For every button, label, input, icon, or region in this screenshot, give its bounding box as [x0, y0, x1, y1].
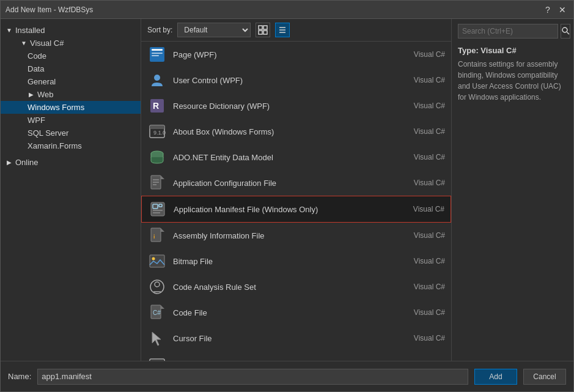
list-item-manifest[interactable]: Application Manifest File (Windows Only)… [141, 196, 451, 223]
svg-rect-3 [263, 31, 267, 34]
list-item[interactable]: User Control (WPF) Visual C# [141, 67, 451, 93]
svg-line-46 [567, 32, 570, 34]
chevron-right-icon: ▶ [6, 159, 13, 166]
list-item[interactable]: Code Analysis Rule Set Visual C# [141, 274, 451, 300]
cancel-button[interactable]: Cancel [523, 369, 566, 385]
config-file-icon [147, 173, 167, 193]
right-panel: Type: Visual C# Contains settings for as… [451, 19, 573, 361]
svg-rect-9 [152, 53, 163, 54]
sort-dropdown[interactable]: Default Name Type [177, 23, 251, 37]
svg-marker-19 [161, 176, 164, 179]
wpf-resource-icon: R [147, 96, 167, 116]
item-category: Visual C# [396, 283, 445, 291]
name-label: Name: [8, 372, 31, 381]
item-name: Assembly Information File [173, 231, 390, 240]
ado-net-icon [147, 147, 167, 167]
list-item[interactable]: C# Code File Visual C# [141, 300, 451, 325]
search-input[interactable] [458, 24, 558, 39]
sidebar-item-xamarin-forms[interactable]: Xamarin.Forms [1, 139, 141, 152]
wpf-usercontrol-icon [147, 70, 167, 90]
sidebar-item-online[interactable]: ▶ Online [1, 156, 141, 169]
title-bar-text: Add New Item - WzfDBSys [6, 6, 93, 14]
item-category: Visual C# [396, 153, 445, 161]
svg-marker-39 [152, 332, 161, 346]
code-file-icon: C# [147, 303, 167, 322]
item-name: Cursor File [173, 334, 390, 343]
sidebar-item-wpf[interactable]: WPF [1, 114, 141, 127]
list-icon [278, 25, 287, 35]
type-desc: Contains settings for assembly binding, … [458, 59, 567, 103]
search-button[interactable] [561, 24, 570, 39]
list-item[interactable]: 9.1.0 About Box (Windows Forms) Visual C… [141, 119, 451, 144]
item-category: Visual C# [396, 102, 445, 110]
list-item[interactable]: Application Configuration File Visual C# [141, 170, 451, 196]
chevron-down-icon: ▼ [6, 27, 13, 34]
svg-marker-37 [161, 305, 164, 309]
title-bar: Add New Item - WzfDBSys ? ✕ [1, 1, 573, 19]
svg-text:9.1.0: 9.1.0 [153, 130, 166, 136]
item-name: Application Configuration File [173, 179, 390, 188]
item-name: ADO.NET Entity Data Model [173, 153, 390, 162]
list-item[interactable]: R Resource Dictionary (WPF) Visual C# [141, 93, 451, 119]
toolbar-row: Sort by: Default Name Type [141, 19, 451, 42]
item-category: Visual C# [396, 205, 444, 213]
bottom-bar: Name: Add Cancel [1, 361, 573, 391]
wpf-page-icon [147, 45, 167, 64]
item-name: Page (WPF) [173, 50, 390, 59]
svg-rect-2 [259, 31, 262, 34]
item-name: User Control (WPF) [173, 76, 390, 85]
item-name: Resource Dictionary (WPF) [173, 102, 390, 111]
items-list: Page (WPF) Visual C# User Control (WPF) … [141, 42, 451, 361]
svg-rect-15 [150, 125, 164, 129]
bitmap-icon [147, 251, 167, 271]
item-name: About Box (Windows Forms) [173, 127, 390, 136]
installed-label: Installed [15, 26, 45, 35]
add-button[interactable]: Add [474, 369, 517, 385]
chevron-down-icon: ▼ [20, 40, 28, 47]
svg-point-45 [562, 28, 567, 32]
grid-view-button[interactable] [256, 23, 270, 37]
list-item[interactable]: Custom Control (Windows Forms) Visual C# [141, 351, 451, 361]
list-view-button[interactable] [275, 23, 290, 37]
sidebar-item-general[interactable]: General [1, 75, 141, 88]
manifest-icon [148, 199, 167, 219]
svg-point-32 [152, 257, 155, 261]
item-name: Application Manifest File (Windows Only) [174, 205, 389, 214]
sidebar-item-web[interactable]: ▶ Web [1, 88, 141, 101]
svg-marker-29 [161, 228, 164, 232]
web-label: Web [37, 90, 54, 99]
sidebar-item-sql-server[interactable]: SQL Server [1, 127, 141, 139]
sidebar-item-code[interactable]: Code [1, 50, 141, 62]
close-button[interactable]: ✕ [556, 4, 568, 16]
item-category: Visual C# [396, 231, 445, 240]
svg-point-34 [155, 282, 160, 287]
svg-point-11 [154, 75, 160, 81]
visual-csharp-label: Visual C# [30, 39, 64, 48]
svg-rect-10 [152, 55, 159, 56]
sidebar-item-visual-csharp[interactable]: ▼ Visual C# [1, 37, 141, 50]
dialog: Add New Item - WzfDBSys ? ✕ ▼ Installed … [0, 0, 574, 392]
item-category: Visual C# [396, 76, 445, 84]
search-icon [561, 26, 570, 35]
online-label: Online [15, 158, 39, 167]
list-item[interactable]: Page (WPF) Visual C# [141, 42, 451, 67]
item-name: Bitmap File [173, 257, 390, 266]
list-item[interactable]: i Assembly Information File Visual C# [141, 223, 451, 248]
item-category: Visual C# [396, 308, 445, 317]
help-button[interactable]: ? [542, 4, 554, 16]
sidebar-item-windows-forms[interactable]: Windows Forms [1, 101, 141, 114]
custom-control-icon [147, 354, 167, 361]
type-label: Type: Visual C# [458, 46, 567, 55]
list-item[interactable]: Cursor File Visual C# [141, 325, 451, 351]
item-category: Visual C# [396, 179, 445, 187]
left-panel: ▼ Installed ▼ Visual C# Code Data Genera… [1, 19, 141, 361]
chevron-right-icon: ▶ [28, 91, 35, 98]
sort-by-label: Sort by: [147, 26, 172, 34]
list-item[interactable]: Bitmap File Visual C# [141, 248, 451, 274]
winforms-about-icon: 9.1.0 [147, 122, 167, 141]
item-name: Code File [173, 308, 390, 317]
list-item[interactable]: ADO.NET Entity Data Model Visual C# [141, 144, 451, 170]
name-input[interactable] [37, 369, 468, 385]
sidebar-item-installed[interactable]: ▼ Installed [1, 24, 141, 37]
sidebar-item-data[interactable]: Data [1, 62, 141, 75]
